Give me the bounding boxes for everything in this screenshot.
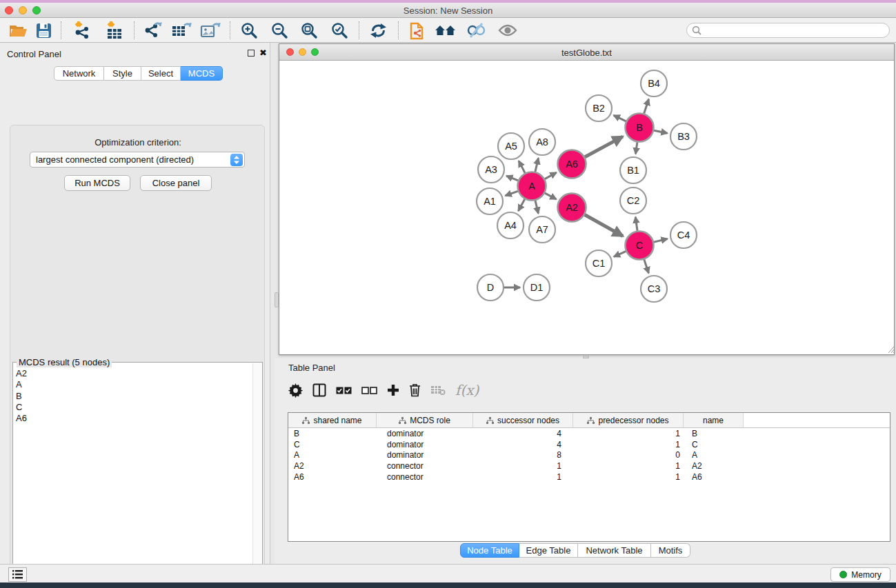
maximize-window-button[interactable] [32,6,41,14]
graph-node-A4[interactable]: A4 [497,212,524,239]
import-table-icon[interactable] [103,20,126,41]
delete-table-icon[interactable] [430,380,446,401]
run-mcds-button[interactable]: Run MCDS [64,175,130,191]
graph-node-C4[interactable]: C4 [670,222,697,248]
table-row[interactable]: C dominator 4 1 C [288,439,890,450]
export-table-icon[interactable] [170,20,192,41]
graph-node-A3[interactable]: A3 [478,156,504,183]
tab-edge-table[interactable]: Edge Table [519,543,578,558]
float-panel-icon[interactable] [248,50,255,57]
graph-edge-A2-C[interactable] [585,215,623,236]
tab-mcds[interactable]: MCDS [181,66,223,81]
graph-node-B1[interactable]: B1 [620,157,646,183]
zoom-selected-icon[interactable] [328,20,350,41]
column-header-predecessor-nodes[interactable]: predecessor nodes [573,413,684,428]
tab-style[interactable]: Style [104,66,141,81]
graph-edge-A6-B[interactable] [585,136,623,157]
select-all-icon[interactable] [336,380,352,401]
graph-node-C[interactable]: C [626,232,654,260]
tab-network-table[interactable]: Network Table [578,543,651,558]
mcds-result-item[interactable]: B [16,391,250,402]
graph-node-A2[interactable]: A2 [558,194,586,222]
table-row[interactable]: A dominator 8 0 A [288,449,890,460]
table-settings-gear-icon[interactable] [288,380,303,401]
table-row[interactable]: A2 connector 1 1 A2 [288,460,890,472]
criterion-select[interactable]: largest connected component (directed) [30,152,245,168]
graph-edge-C-C2[interactable] [635,217,637,231]
graph-node-A5[interactable]: A5 [498,133,524,159]
apply-layout-icon[interactable] [367,20,389,41]
search-input[interactable] [704,26,877,35]
network-close-button[interactable] [286,48,294,56]
graph-node-A7[interactable]: A7 [529,216,555,243]
function-builder-icon[interactable]: f(x) [455,380,479,401]
mcds-result-item[interactable]: A6 [16,413,250,424]
delete-column-trash-icon[interactable] [409,380,421,401]
graph-node-B2[interactable]: B2 [586,95,612,121]
tab-select[interactable]: Select [141,66,181,81]
column-header-shared-name[interactable]: shared name [288,413,377,428]
mcds-result-list[interactable]: A2 A B C A6 [16,368,250,424]
close-window-button[interactable] [5,6,13,14]
graph-node-B[interactable]: B [626,114,654,142]
tab-network[interactable]: Network [54,66,104,81]
zoom-fit-icon[interactable] [298,20,320,41]
graphics-details-icon[interactable] [465,20,487,41]
graph-node-B4[interactable]: B4 [641,70,667,97]
zoom-in-icon[interactable] [238,20,260,41]
graph-edge-A-A5[interactable] [519,161,525,173]
network-maximize-button[interactable] [311,48,319,56]
task-history-button[interactable] [8,567,27,582]
graph-node-C1[interactable]: C1 [586,250,612,276]
graph-edge-B-B4[interactable] [644,99,649,114]
graph-edge-B-B1[interactable] [635,142,637,154]
graph-edge-A-A8[interactable] [535,158,539,172]
graph-edge-A-A2[interactable] [545,193,557,199]
graph-node-C2[interactable]: C2 [620,187,646,214]
graph-node-A8[interactable]: A8 [529,129,555,155]
mcds-result-item[interactable]: A2 [16,368,250,379]
graph-edge-A-A3[interactable] [506,176,518,181]
resize-corner-icon[interactable] [888,346,895,354]
deselect-all-icon[interactable] [361,380,377,401]
graph-node-D1[interactable]: D1 [524,274,550,301]
graph-edge-A-A4[interactable] [518,199,524,211]
import-network-icon[interactable] [71,20,93,41]
graph-node-D[interactable]: D [477,274,504,301]
result-scrollbar[interactable] [252,363,261,588]
graph-node-C3[interactable]: C3 [641,276,667,302]
save-session-icon[interactable] [32,20,54,41]
graph-edge-B-B3[interactable] [654,130,667,133]
column-header-mcds-role[interactable]: MCDS role [377,413,473,428]
table-row[interactable]: A6 connector 1 1 A6 [288,472,890,483]
search-field[interactable] [686,23,890,38]
column-view-icon[interactable] [312,380,326,401]
network-minimize-button[interactable] [299,48,306,56]
memory-button[interactable]: Memory [830,567,890,582]
mcds-result-item[interactable]: A [16,379,250,390]
tab-node-table[interactable]: Node Table [460,543,519,558]
graph-node-A[interactable]: A [518,172,546,201]
home-networks-icon[interactable] [435,20,457,41]
export-network-icon[interactable] [141,20,163,41]
session-details-icon[interactable] [407,20,429,41]
tab-motifs[interactable]: Motifs [651,543,690,558]
splitter-grip[interactable] [275,292,279,307]
graph-edge-A-A7[interactable] [535,201,538,214]
column-header-successor-nodes[interactable]: successor nodes [473,413,573,428]
graph-edge-B-B2[interactable] [614,115,626,121]
minimize-window-button[interactable] [19,6,27,14]
table-row[interactable]: B dominator 4 1 B [288,428,890,439]
close-panel-icon[interactable]: ✖ [259,50,267,57]
graph-node-B3[interactable]: B3 [670,123,697,150]
column-header-name[interactable]: name [684,413,744,428]
graph-edge-C-C1[interactable] [614,252,626,257]
graph-edge-A-A1[interactable] [506,191,518,196]
mcds-result-item[interactable]: C [16,402,250,413]
graph-edge-C-C4[interactable] [654,239,668,242]
graph-edge-A-A6[interactable] [545,172,557,179]
zoom-out-icon[interactable] [268,20,290,41]
show-hide-icon[interactable] [497,20,519,41]
graph-node-A6[interactable]: A6 [558,150,586,179]
add-column-icon[interactable] [387,380,399,401]
